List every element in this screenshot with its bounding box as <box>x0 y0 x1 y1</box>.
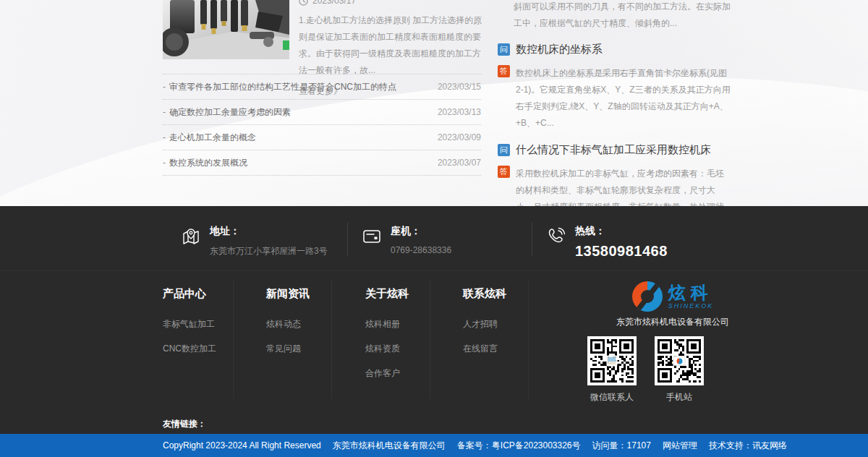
nav-column-title: 联系炫科 <box>463 287 506 301</box>
news-date: 2023/03/13 <box>438 107 481 117</box>
nav-column-title: 新闻资讯 <box>266 287 310 301</box>
page: 2023/03/17 1.走心机加工方法的选择原则 加工方法选择的原则是保证加工… <box>0 0 868 457</box>
news-title: 走心机加工余量的概念 <box>169 132 256 142</box>
nav-link-album[interactable]: 炫科相册 <box>365 318 409 330</box>
visit-counter: 访问量：17107 <box>592 440 651 452</box>
answer-icon: 答 <box>498 65 510 77</box>
wechat-qr-block: 微信联系人 <box>587 336 637 403</box>
contact-strip: 地址： 东莞市万江小享祁屋洲一路3号 座机： 0769-28638336 <box>0 206 868 271</box>
news-title: 确定数控加工余量应考虑的因素 <box>169 107 291 117</box>
question-icon: 问 <box>498 43 510 56</box>
qr-center-photo <box>607 356 618 367</box>
tech-support-link[interactable]: 技术支持：讯友网络 <box>709 440 787 452</box>
featured-article-image[interactable] <box>163 0 289 59</box>
list-bullet: - <box>163 132 166 142</box>
featured-excerpt: 1.走心机加工方法的选择原则 加工方法选择的原则是保证加工表面的加工精度和表面粗… <box>299 12 482 79</box>
site-admin-link[interactable]: 网站管理 <box>663 440 697 452</box>
contact-landline: 座机： 0769-28638336 <box>362 225 451 255</box>
faq-column: 斜面可以采用不同的刀具，有不同的加工方法。在实际加工中，应根据气缸的尺寸精度、倾… <box>498 0 732 206</box>
brand-logo-subtext: SHINEKOK <box>668 302 714 309</box>
faq-question-title: 数控机床的坐标系 <box>516 43 603 56</box>
nav-column-title: 关于炫科 <box>365 287 409 301</box>
question-icon: 问 <box>498 144 510 156</box>
faq-partial-answer: 斜面可以采用不同的刀具，有不同的加工方法。在实际加工中，应根据气缸的尺寸精度、倾… <box>498 0 732 32</box>
news-list-item[interactable]: -数控系统的发展概况 2023/03/07 <box>163 150 481 176</box>
friend-links-label: 友情链接： <box>163 418 206 430</box>
nav-link-cylinder[interactable]: 非标气缸加工 <box>163 318 216 330</box>
hotline-number: 13580981468 <box>575 243 668 260</box>
nav-link-cnc[interactable]: CNC数控加工 <box>163 343 216 355</box>
landline-phone-icon <box>362 226 382 247</box>
brand-logo-icon <box>632 281 663 312</box>
news-list-item[interactable]: -确定数控加工余量应考虑的因素 2023/03/13 <box>163 100 481 125</box>
faq-answer-text: 数控机床上的坐标系是采用右手直角笛卡尔坐标系(见图2-1)。它规定直角坐标X、Y… <box>516 65 732 132</box>
nav-column-title: 产品中心 <box>163 287 216 301</box>
news-title: 审查零件各加工部位的结构工艺性是否符合CNC加工的特点 <box>169 82 396 92</box>
featured-article-date: 2023/03/17 <box>299 0 482 6</box>
copyright-company: 东莞市炫科机电设备有限公司 <box>333 440 446 452</box>
news-date: 2023/03/15 <box>438 82 481 92</box>
mobile-site-qr-image <box>655 336 704 385</box>
clock-icon <box>299 0 308 6</box>
faq-question[interactable]: 问 数控机床的坐标系 <box>498 43 732 56</box>
news-list-item[interactable]: -审查零件各加工部位的结构工艺性是否符合CNC加工的特点 2023/03/15 <box>163 74 481 100</box>
divider <box>233 280 234 399</box>
copyright-text: CopyRight 2023-2024 All Right Reserved <box>163 440 321 450</box>
landline-value: 0769-28638336 <box>391 245 451 255</box>
nav-link-faq[interactable]: 常见问题 <box>266 343 310 355</box>
friend-links-row: 友情链接： <box>0 412 868 434</box>
hotline-phone-icon <box>546 226 566 247</box>
answer-icon: 答 <box>498 166 510 178</box>
company-name: 东莞市炫科机电设备有限公司 <box>611 316 734 328</box>
list-bullet: - <box>163 82 166 92</box>
qr-codes: 微信联系人 手机站 <box>587 336 704 403</box>
address-label: 地址： <box>210 225 328 238</box>
cnc-machine-photo <box>163 0 289 59</box>
faq-answer-text: 采用数控机床加工的非标气缸，应考虑的因素有：毛坯的材料和类型、非标气缸轮廓形状复… <box>516 166 732 206</box>
faq-answer: 答 数控机床上的坐标系是采用右手直角笛卡尔坐标系(见图2-1)。它规定直角坐标X… <box>498 65 732 132</box>
copyright-bar: CopyRight 2023-2024 All Right Reserved 东… <box>0 434 868 457</box>
divider <box>528 280 529 399</box>
qr-label: 微信联系人 <box>587 391 637 403</box>
brand-logo-text: 炫科 <box>668 283 714 302</box>
footer-nav-products: 产品中心 非标气缸加工 CNC数控加工 <box>163 287 216 355</box>
contact-hotline: 热线： 13580981468 <box>546 225 668 260</box>
footer-nav-about: 关于炫科 炫科相册 炫科资质 合作客户 <box>365 287 409 380</box>
divider <box>532 222 532 257</box>
map-pin-icon <box>181 226 201 247</box>
footer-logo[interactable]: 炫科 SHINEKOK 东莞市炫科机电设备有限公司 <box>611 281 734 328</box>
news-title: 数控系统的发展概况 <box>169 158 247 168</box>
qr-center-logo <box>673 356 686 366</box>
icp-record-link[interactable]: 备案号：粤ICP备2023003326号 <box>457 440 581 452</box>
nav-link-dynamics[interactable]: 炫科动态 <box>266 318 310 330</box>
wechat-qr-image <box>587 336 637 385</box>
list-bullet: - <box>163 107 166 117</box>
news-date: 2023/03/09 <box>438 132 481 142</box>
contact-address: 地址： 东莞市万江小享祁屋洲一路3号 <box>181 225 328 257</box>
footer-nav-contact: 联系炫科 人才招聘 在线留言 <box>463 287 506 355</box>
footer-main: 产品中心 非标气缸加工 CNC数控加工 新闻资讯 炫科动态 常见问题 关于炫科 … <box>0 271 868 409</box>
mobile-site-qr-block: 手机站 <box>655 336 704 403</box>
news-faq-section: 2023/03/17 1.走心机加工方法的选择原则 加工方法选择的原则是保证加工… <box>0 0 868 206</box>
faq-item: 问 什么情况下非标气缸加工应采用数控机床 答 采用数控机床加工的非标气缸，应考虑… <box>498 143 732 206</box>
address-value: 东莞市万江小享祁屋洲一路3号 <box>210 245 328 257</box>
nav-link-partners[interactable]: 合作客户 <box>365 367 409 380</box>
footer-nav-news: 新闻资讯 炫科动态 常见问题 <box>266 287 310 355</box>
nav-link-message[interactable]: 在线留言 <box>463 343 506 355</box>
footer-section: 地址： 东莞市万江小享祁屋洲一路3号 座机： 0769-28638336 <box>0 206 868 434</box>
qr-label: 手机站 <box>655 391 704 403</box>
faq-item: 问 数控机床的坐标系 答 数控机床上的坐标系是采用右手直角笛卡尔坐标系(见图2-… <box>498 43 732 132</box>
faq-answer: 答 采用数控机床加工的非标气缸，应考虑的因素有：毛坯的材料和类型、非标气缸轮廓形… <box>498 166 732 206</box>
faq-question[interactable]: 问 什么情况下非标气缸加工应采用数控机床 <box>498 143 732 157</box>
news-list: -审查零件各加工部位的结构工艺性是否符合CNC加工的特点 2023/03/15 … <box>163 74 481 176</box>
news-list-item[interactable]: -走心机加工余量的概念 2023/03/09 <box>163 125 481 150</box>
list-bullet: - <box>163 158 166 168</box>
landline-label: 座机： <box>391 225 451 238</box>
nav-link-recruit[interactable]: 人才招聘 <box>463 318 506 330</box>
faq-question-title: 什么情况下非标气缸加工应采用数控机床 <box>516 143 711 157</box>
news-date: 2023/03/07 <box>438 158 481 168</box>
divider <box>331 280 332 399</box>
nav-link-qualification[interactable]: 炫科资质 <box>365 343 409 355</box>
hotline-label: 热线： <box>575 225 668 238</box>
divider <box>430 280 430 399</box>
